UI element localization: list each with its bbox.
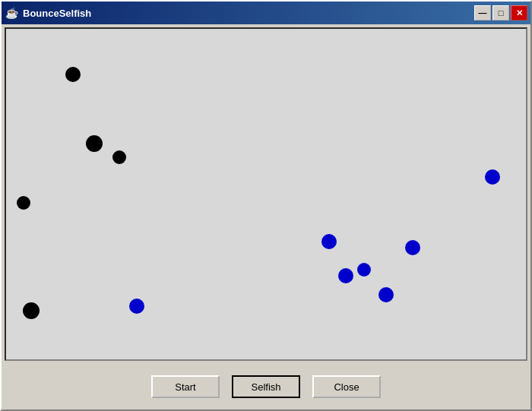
blue-dot [338, 268, 353, 283]
blue-dot [357, 263, 371, 277]
close-window-button[interactable]: ✕ [511, 5, 527, 21]
window-title: BounceSelfish [23, 8, 91, 19]
maximize-button[interactable]: □ [492, 5, 509, 21]
black-dot [112, 150, 126, 164]
button-bar: Start Selfish Close [2, 364, 530, 409]
selfish-button[interactable]: Selfish [232, 375, 300, 398]
blue-dot [129, 299, 144, 314]
close-button[interactable]: Close [312, 375, 381, 398]
blue-dot [485, 169, 500, 185]
blue-dot [378, 287, 394, 302]
black-dot [65, 67, 81, 82]
minimize-button[interactable]: — [474, 5, 491, 21]
black-dot [23, 302, 40, 319]
start-button[interactable]: Start [151, 375, 220, 398]
blue-dot [405, 240, 420, 255]
simulation-canvas [5, 27, 527, 361]
black-dot [86, 135, 103, 152]
title-buttons: — □ ✕ [474, 5, 527, 21]
app-window: ☕ BounceSelfish — □ ✕ Start Selfish Clos… [0, 0, 532, 411]
black-dot [17, 196, 30, 210]
title-bar-left: ☕ BounceSelfish [5, 6, 91, 20]
app-icon: ☕ [5, 6, 18, 20]
blue-dot [321, 234, 337, 249]
title-bar: ☕ BounceSelfish — □ ✕ [2, 2, 530, 24]
